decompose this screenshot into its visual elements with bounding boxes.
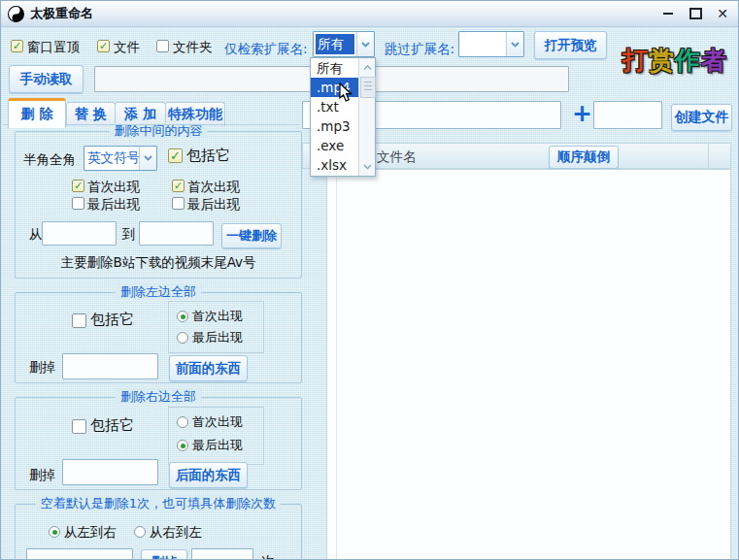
- manual-read-button[interactable]: 手动读取: [9, 65, 84, 93]
- times-label: 次: [261, 553, 275, 560]
- ext-filter-combobox[interactable]: 所有: [313, 31, 375, 57]
- group-hint: 主要删除B站下载的视频末尾Av号: [16, 254, 301, 270]
- delete-front-button[interactable]: 前面的东西: [169, 355, 248, 381]
- close-button[interactable]: ✕: [713, 5, 732, 21]
- plus-sign: +: [572, 101, 592, 126]
- maximize-icon: [689, 8, 702, 19]
- minimize-button[interactable]: [658, 5, 678, 21]
- app-window: 太极重命名 ✕ ✓ 窗口置顶 ✓ 文件 文件夹 仅检索扩展名: 所有 跳过扩展名…: [0, 0, 739, 560]
- ext-filter-value: 所有: [316, 34, 354, 54]
- group-title: 删除右边全部: [116, 389, 201, 405]
- file-list[interactable]: [326, 169, 731, 560]
- group-title: 删除中间的内容: [110, 123, 208, 139]
- last-occurrence-radio[interactable]: [177, 440, 188, 451]
- tab-replace[interactable]: 替 换: [66, 102, 116, 126]
- chevron-down-icon[interactable]: [356, 32, 374, 56]
- left-to-right-label: 从左到右: [64, 524, 117, 540]
- delete-count-button[interactable]: 删掉: [141, 549, 187, 560]
- scrollbar-thumb[interactable]: [360, 77, 376, 98]
- pin-window-checkbox[interactable]: ✓: [11, 40, 23, 52]
- dropdown-option[interactable]: .xlsx: [311, 155, 358, 175]
- include-it-label: 包括它: [186, 148, 230, 163]
- filename-column-header: 文件名: [377, 148, 417, 164]
- include-it-checkbox[interactable]: [72, 419, 86, 434]
- chevron-down-icon[interactable]: [506, 32, 523, 56]
- dropdown-option[interactable]: .exe: [311, 136, 358, 155]
- from-input[interactable]: [42, 221, 117, 246]
- chevron-down-icon[interactable]: [139, 147, 156, 170]
- check-icon: ✓: [174, 181, 183, 191]
- reward-char: 作: [675, 44, 701, 78]
- create-file-button[interactable]: 创建文件: [671, 104, 732, 131]
- delete-text-input[interactable]: [62, 459, 158, 485]
- delete-text-input[interactable]: [26, 548, 133, 560]
- delete-text-input[interactable]: [62, 353, 158, 379]
- reward-char: 赏: [649, 44, 675, 78]
- first-occurrence-label: 首次出现: [192, 309, 243, 324]
- open-preview-button[interactable]: 打开预览: [534, 31, 607, 59]
- include-it-checkbox[interactable]: ✓: [168, 148, 183, 163]
- first-occurrence-label: 首次出现: [87, 179, 140, 194]
- minimize-icon: [663, 13, 673, 15]
- dropdown-scrollbar[interactable]: [358, 58, 375, 176]
- tab-delete[interactable]: 删 除: [8, 98, 66, 128]
- window-title: 太极重命名: [30, 5, 93, 22]
- maximize-button[interactable]: [686, 5, 705, 21]
- scroll-up-icon[interactable]: [359, 58, 375, 77]
- reward-char: 者: [701, 44, 727, 78]
- count-input[interactable]: [191, 548, 253, 560]
- to-label: 到: [122, 226, 136, 242]
- check-icon: ✓: [99, 41, 108, 51]
- occurrence-box: 首次出现 最后出现: [168, 301, 264, 353]
- dropdown-option[interactable]: .mp3: [311, 116, 358, 136]
- last-occurrence-label: 最后出现: [192, 438, 243, 453]
- last-occurrence-checkbox-left[interactable]: [72, 197, 84, 210]
- delete-back-button[interactable]: 后面的东西: [169, 462, 248, 488]
- first-occurrence-radio[interactable]: [177, 311, 188, 322]
- reverse-order-button[interactable]: 顺序颠倒: [549, 146, 619, 169]
- first-occurrence-label: 首次出现: [187, 179, 240, 194]
- group-title: 删除左边全部: [116, 284, 201, 300]
- to-input[interactable]: [139, 221, 214, 246]
- group-title: 空着默认是删除1次，也可填具体删除次数: [36, 496, 281, 511]
- group-delete-left: 删除左边全部 包括它 首次出现 最后出现 删掉 前面的东西: [15, 292, 302, 383]
- number-suffix-input[interactable]: [593, 101, 662, 129]
- include-it-label: 包括它: [90, 312, 134, 327]
- right-to-left-label: 从右到左: [150, 524, 202, 540]
- delete-label: 删掉: [29, 359, 55, 375]
- dropdown-option[interactable]: 所有: [311, 58, 358, 78]
- titlebar: 太极重命名 ✕: [1, 1, 738, 27]
- check-icon: ✓: [13, 41, 21, 51]
- group-delete-middle: 删除中间的内容 半角全角 英文符号 ✓ 包括它 ✓ 首次出现 ✓ 首次出现 最后…: [15, 131, 302, 279]
- left-to-right-radio[interactable]: [49, 526, 60, 538]
- skip-ext-value: [459, 32, 506, 56]
- right-to-left-radio[interactable]: [134, 526, 146, 538]
- ext-filter-label: 仅检索扩展名:: [224, 41, 308, 56]
- first-occurrence-radio[interactable]: [177, 416, 188, 428]
- include-it-checkbox[interactable]: [72, 313, 86, 328]
- first-occurrence-checkbox-left[interactable]: ✓: [72, 180, 84, 192]
- skip-ext-label: 跳过扩展名:: [385, 41, 454, 56]
- one-key-delete-button[interactable]: 一键删除: [221, 223, 282, 248]
- delete-label: 删掉: [29, 467, 55, 482]
- last-occurrence-label: 最后出现: [192, 330, 243, 346]
- list-grid-line: [336, 170, 337, 560]
- files-checkbox[interactable]: ✓: [97, 40, 110, 52]
- pin-window-label: 窗口置顶: [27, 39, 80, 54]
- scroll-down-icon[interactable]: [359, 157, 375, 176]
- last-occurrence-checkbox-right[interactable]: [172, 197, 185, 210]
- skip-ext-combobox[interactable]: [458, 31, 524, 57]
- group-delete-right: 删除右边全部 包括它 首次出现 最后出现 删掉 后面的东西: [15, 397, 302, 490]
- reward-author-banner[interactable]: 打 赏 作 者: [622, 44, 727, 78]
- reward-char: 打: [622, 44, 649, 78]
- from-label: 从: [29, 226, 43, 242]
- column-separator: [708, 144, 709, 170]
- last-occurrence-radio[interactable]: [177, 332, 188, 344]
- check-icon: ✓: [74, 181, 83, 191]
- first-occurrence-label: 首次出现: [192, 414, 243, 430]
- symbol-combobox[interactable]: 英文符号: [84, 146, 157, 171]
- last-occurrence-label: 最后出现: [87, 196, 140, 212]
- first-occurrence-checkbox-right[interactable]: ✓: [172, 180, 185, 192]
- folders-label: 文件夹: [173, 39, 213, 54]
- folders-checkbox[interactable]: [156, 40, 169, 52]
